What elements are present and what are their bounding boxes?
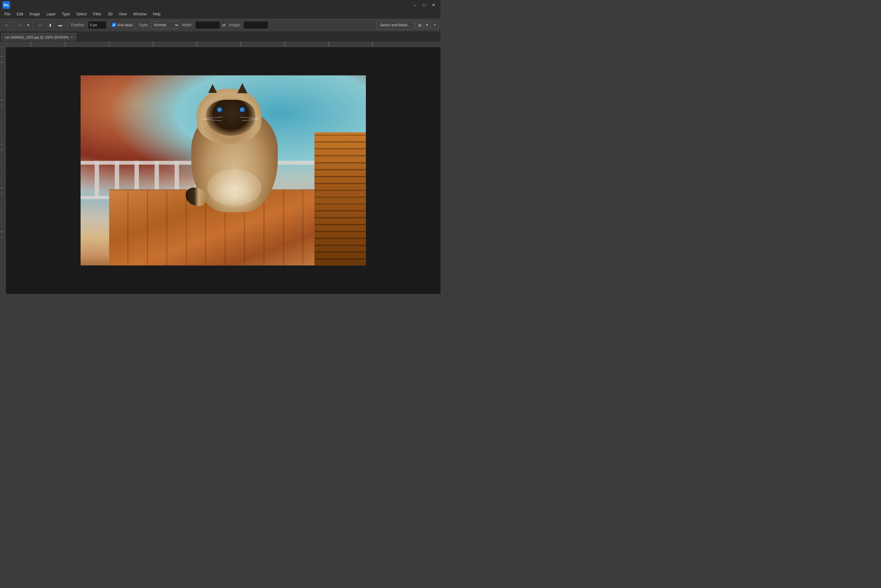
svg-text:-1: -1	[30, 44, 32, 47]
cat-head	[197, 88, 262, 144]
svg-text:5: 5	[284, 44, 286, 47]
panel-icon: ▤	[418, 23, 421, 27]
home-icon: ⌂	[5, 23, 7, 27]
width-input[interactable]	[195, 21, 220, 29]
svg-text:7: 7	[372, 44, 373, 47]
style-select[interactable]: Normal Fixed Ratio Fixed Size	[151, 21, 179, 29]
feather-input[interactable]	[88, 21, 107, 29]
ellipse-marquee-tool[interactable]: ○	[16, 20, 25, 30]
toolbar-separator-1	[13, 21, 14, 30]
cat-eye-left	[216, 106, 223, 113]
anti-alias-text: Anti-alias	[117, 23, 132, 27]
ruler-corner	[0, 41, 6, 47]
tab-close-button[interactable]: ×	[71, 35, 73, 39]
style-label: Style:	[138, 23, 150, 27]
svg-text:1: 1	[108, 44, 110, 47]
single-row-icon: ▬	[58, 23, 62, 27]
minimize-button[interactable]: –	[410, 1, 419, 9]
v-ruler-svg: 0 1 2 3 4	[0, 47, 6, 266]
tab-title: cat-2068462_1920.jpg @ 100% (RGB/8#)	[5, 35, 69, 39]
menu-type[interactable]: Type	[59, 11, 73, 17]
width-label: Width:	[180, 23, 194, 27]
home-button[interactable]: ⌂	[2, 20, 11, 30]
menu-edit[interactable]: Edit	[14, 11, 26, 17]
toolbar-separator-4	[109, 21, 110, 30]
cat-ear-right	[238, 83, 247, 93]
close-button[interactable]: ✕	[429, 1, 438, 9]
panel-chevron-button[interactable]: ▾	[425, 21, 429, 29]
document-tab[interactable]: cat-2068462_1920.jpg @ 100% (RGB/8#) ×	[1, 33, 76, 41]
canvas-wrapper: -1 0 1 2 3 4 5 6	[0, 41, 440, 294]
canvas-background	[6, 47, 440, 294]
svg-text:2: 2	[0, 149, 3, 151]
menu-help[interactable]: Help	[150, 11, 164, 17]
h-ruler-svg: -1 0 1 2 3 4 5 6	[6, 41, 440, 47]
toolbar-separator-2	[33, 21, 33, 30]
svg-text:3: 3	[0, 193, 3, 195]
panel-chevron-icon: ▾	[426, 23, 428, 27]
single-column-icon: ▮	[49, 23, 51, 27]
export-icon: ↗	[433, 23, 436, 27]
cat	[180, 88, 289, 212]
swap-icon: ⇄	[222, 22, 226, 28]
ruler-row-top: -1 0 1 2 3 4 5 6	[0, 41, 440, 47]
canvas-container: -1 0 1 2 3 4 5 6	[0, 41, 440, 294]
tool-dropdown[interactable]: ▾	[26, 20, 30, 30]
svg-text:3: 3	[196, 44, 198, 47]
toolbar-separator-3	[67, 21, 68, 30]
svg-text:4: 4	[0, 237, 3, 238]
rect-marquee-icon: □	[39, 23, 41, 27]
menu-select[interactable]: Select	[73, 11, 90, 17]
canvas-body: 0 1 2 3 4	[0, 47, 440, 294]
export-button[interactable]: ↗	[430, 21, 439, 29]
svg-text:1: 1	[0, 105, 3, 107]
swap-dimensions-button[interactable]: ⇄	[221, 22, 226, 28]
document-area: cat-2068462_1920.jpg @ 100% (RGB/8#) × -…	[0, 32, 440, 294]
svg-text:0: 0	[64, 44, 66, 47]
svg-text:2: 2	[152, 44, 154, 47]
single-column-button[interactable]: ▮	[46, 20, 54, 30]
menu-layer[interactable]: Layer	[43, 11, 59, 17]
vertical-ruler: 0 1 2 3 4	[0, 47, 6, 294]
toolbar-separator-5	[135, 21, 135, 30]
feather-label: Feather:	[70, 23, 87, 27]
cat-photo-scene	[81, 75, 366, 266]
svg-text:4: 4	[240, 44, 242, 47]
menubar: File Edit Image Layer Type Select Filter…	[0, 10, 440, 18]
titlebar-left: Ps	[3, 1, 10, 9]
select-and-mask-button[interactable]: Select and Mask...	[376, 21, 414, 30]
height-input[interactable]	[243, 21, 268, 29]
cat-eye-right	[239, 106, 246, 113]
panel-view-button[interactable]: ▤	[415, 21, 424, 29]
chair-slats	[314, 132, 366, 266]
svg-text:6: 6	[328, 44, 329, 47]
menu-3d[interactable]: 3D	[104, 11, 115, 17]
image-canvas	[81, 75, 366, 266]
maximize-button[interactable]: □	[420, 1, 428, 9]
options-toolbar: ⌂ ○ ▾ □ ▮ ▬ Feather: Anti-alias Style: N…	[0, 18, 440, 32]
svg-text:0: 0	[0, 62, 3, 63]
menu-file[interactable]: File	[1, 11, 14, 17]
cat-eyes	[208, 104, 254, 116]
menu-image[interactable]: Image	[26, 11, 43, 17]
cat-nose	[224, 119, 228, 122]
menu-view[interactable]: View	[116, 11, 130, 17]
ps-logo: Ps	[3, 1, 10, 9]
anti-alias-label[interactable]: Anti-alias	[112, 23, 132, 27]
tab-bar: cat-2068462_1920.jpg @ 100% (RGB/8#) ×	[0, 32, 440, 41]
ellipse-icon: ○	[19, 23, 21, 27]
fence-post-1	[95, 161, 99, 199]
anti-alias-checkbox[interactable]	[112, 23, 116, 27]
cat-chest	[207, 169, 262, 206]
titlebar-controls: – □ ✕	[410, 1, 438, 9]
menu-filter[interactable]: Filter	[90, 11, 105, 17]
titlebar: Ps – □ ✕	[0, 0, 440, 10]
cat-ear-left	[208, 84, 217, 93]
menu-window[interactable]: Window	[130, 11, 150, 17]
chevron-down-icon: ▾	[27, 23, 29, 27]
single-row-button[interactable]: ▬	[56, 20, 65, 30]
horizontal-ruler: -1 0 1 2 3 4 5 6	[6, 41, 440, 47]
height-label: Height:	[228, 23, 242, 27]
chair	[314, 132, 366, 266]
rect-marquee-button[interactable]: □	[36, 20, 45, 30]
